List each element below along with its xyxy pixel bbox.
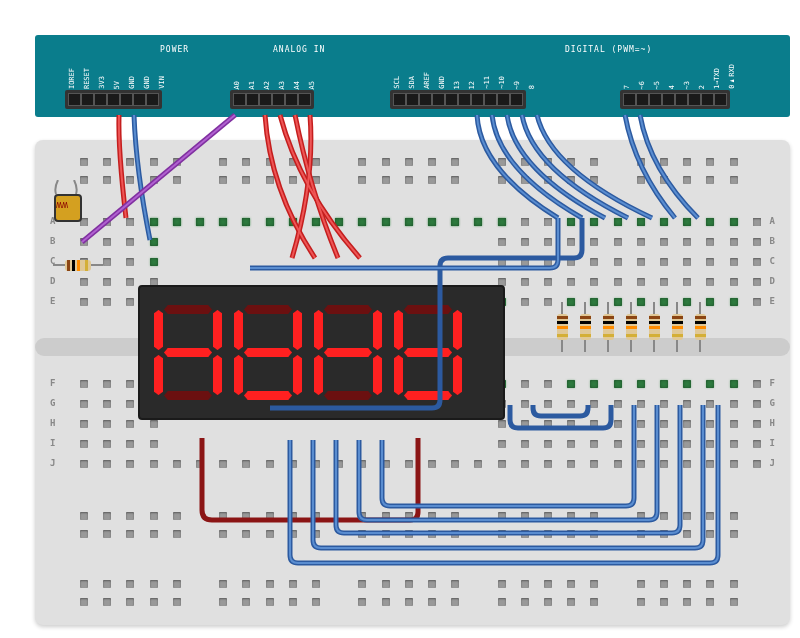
pin-label: 7 (623, 85, 631, 89)
pin-5 (649, 93, 662, 106)
pin-label: A4 (293, 81, 301, 89)
pin-a0 (233, 93, 246, 106)
digit-2 (314, 305, 382, 400)
pin-aref (419, 93, 432, 106)
segment-e (234, 355, 243, 395)
power-pins (65, 90, 162, 109)
pin-label: ~5 (653, 81, 661, 89)
pin-3 (675, 93, 688, 106)
pin-a3 (272, 93, 285, 106)
pin-label: A1 (248, 81, 256, 89)
row-label: H (50, 418, 55, 428)
segment-b (373, 310, 382, 350)
pin-12 (458, 93, 471, 106)
pin-label: 0►RXD (728, 64, 736, 89)
segment-d (164, 391, 212, 400)
digit-0 (154, 305, 222, 400)
pin-4 (662, 93, 675, 106)
pin-label: 5V (113, 81, 121, 89)
row-label: F (50, 378, 55, 388)
row-label: D (50, 276, 55, 286)
pin-label: 12 (468, 81, 476, 89)
pin-label: GND (438, 76, 446, 89)
pin-label: SCL (393, 76, 401, 89)
pin-label: ~9 (513, 81, 521, 89)
pin-label: AREF (423, 72, 431, 89)
pin-label: SDA (408, 76, 416, 89)
resistor-segment-3 (624, 302, 639, 352)
segment-c (293, 355, 302, 395)
pin-10 (484, 93, 497, 106)
segment-a (324, 305, 372, 314)
segment-d (324, 391, 372, 400)
row-label: I (50, 438, 55, 448)
row-label: B (50, 236, 55, 246)
segment-b (293, 310, 302, 350)
pin-gnd1 (120, 93, 133, 106)
row-label: E (50, 296, 55, 306)
pin-13 (445, 93, 458, 106)
pin-label: ~3 (683, 81, 691, 89)
pin-a4 (285, 93, 298, 106)
pin-7 (623, 93, 636, 106)
segment-f (314, 310, 323, 350)
resistor-segment-5 (670, 302, 685, 352)
segment-f (154, 310, 163, 350)
pin-2 (688, 93, 701, 106)
resistor-segment-4 (647, 302, 662, 352)
resistor-segment-1 (578, 302, 593, 352)
segment-e (154, 355, 163, 395)
pin-a2 (259, 93, 272, 106)
pin-8 (510, 93, 523, 106)
pin-11 (471, 93, 484, 106)
digital-section-label: DIGITAL (PWM=~) (565, 45, 652, 54)
pin-sda (406, 93, 419, 106)
segment-c (373, 355, 382, 395)
digit-3 (394, 305, 462, 400)
pin-label: ~6 (638, 81, 646, 89)
pin-label: A0 (233, 81, 241, 89)
pin-0 (714, 93, 727, 106)
digital-pins-low (620, 90, 730, 109)
analog-section-label: ANALOG IN (273, 45, 325, 54)
segment-c (453, 355, 462, 395)
pin-5v (107, 93, 120, 106)
digital-pins-high (390, 90, 526, 109)
segment-g (164, 348, 212, 357)
resistor-segment-6 (693, 302, 708, 352)
resistor-ldr-divider (53, 258, 103, 273)
segment-e (314, 355, 323, 395)
segment-f (234, 310, 243, 350)
pin-gnd2 (133, 93, 146, 106)
segment-d (244, 391, 292, 400)
pin-vin (146, 93, 159, 106)
pin-a5 (298, 93, 311, 106)
segment-a (404, 305, 452, 314)
segment-b (453, 310, 462, 350)
pin-a1 (246, 93, 259, 106)
pin-label: 2 (698, 85, 706, 89)
pin-label: 4 (668, 85, 676, 89)
pin-label: ~11 (483, 76, 491, 89)
pin-label: A2 (263, 81, 271, 89)
pin-3v3 (94, 93, 107, 106)
segment-e (394, 355, 403, 395)
pin-label: ~10 (498, 76, 506, 89)
segment-g (404, 348, 452, 357)
segment-a (244, 305, 292, 314)
pin-label: 13 (453, 81, 461, 89)
digit-1 (234, 305, 302, 400)
segment-g (324, 348, 372, 357)
segment-b (213, 310, 222, 350)
pin-label: VIN (158, 76, 166, 89)
pin-label: 1→TXD (713, 68, 721, 89)
circuit-diagram: POWER ANALOG IN DIGITAL (PWM=~) // pin l… (10, 10, 800, 638)
pin-label: RESET (83, 68, 91, 89)
pin-label: A5 (308, 81, 316, 89)
analog-pins (230, 90, 314, 109)
row-label: J (50, 458, 55, 468)
pin-reset (81, 93, 94, 106)
resistor-segment-2 (601, 302, 616, 352)
power-section-label: POWER (160, 45, 189, 54)
photoresistor-ldr: ʍʍ (50, 180, 82, 222)
